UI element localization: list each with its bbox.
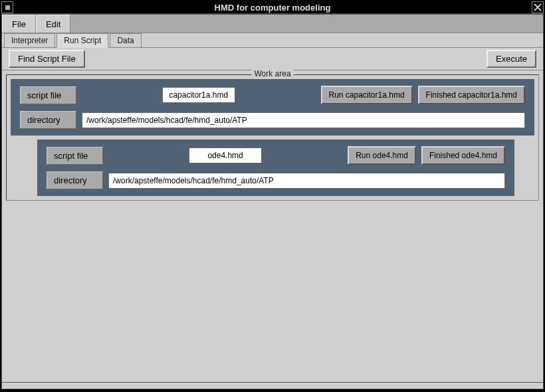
script-panel: script file capacitor1a.hmd Run capacito… xyxy=(11,79,534,136)
script-file-label: script file xyxy=(20,86,76,104)
find-script-file-button[interactable]: Find Script File xyxy=(9,50,85,68)
tab-run-script[interactable]: Run Script xyxy=(56,33,108,48)
window-menu-button[interactable] xyxy=(1,1,13,13)
panel-wrapper-0: script file capacitor1a.hmd Run capacito… xyxy=(11,79,534,136)
finished-script-button[interactable]: Finished capacitor1a.hmd xyxy=(418,86,525,104)
panel-wrapper-1: script file ode4.hmd Run ode4.hmd Finish… xyxy=(37,140,514,196)
run-script-button[interactable]: Run capacitor1a.hmd xyxy=(321,86,413,104)
work-area-fieldset: Work area script file capacitor1a.hmd Ru… xyxy=(6,74,539,201)
close-icon xyxy=(534,3,542,11)
window-body: File Edit Interpreter Run Script Data Fi… xyxy=(1,14,544,383)
tab-data[interactable]: Data xyxy=(110,33,141,47)
directory-label: directory xyxy=(47,171,103,189)
window-menu-icon xyxy=(5,5,10,10)
script-file-field[interactable]: ode4.hmd xyxy=(189,147,262,163)
finished-script-button[interactable]: Finished ode4.hmd xyxy=(421,146,505,165)
close-button[interactable] xyxy=(532,1,544,13)
script-file-label: script file xyxy=(47,147,103,165)
window-title: HMD for computer modeling xyxy=(1,3,544,13)
tabrow: Interpreter Run Script Data xyxy=(2,33,543,48)
toolbar: Find Script File Execute xyxy=(2,48,543,70)
menubar: File Edit xyxy=(2,15,543,33)
directory-label: directory xyxy=(20,111,76,129)
directory-field[interactable]: /work/apsteffe/models/hcad/fe/hmd_auto/A… xyxy=(108,173,505,189)
script-panel: script file ode4.hmd Run ode4.hmd Finish… xyxy=(37,140,514,196)
run-script-button[interactable]: Run ode4.hmd xyxy=(348,146,416,165)
script-file-field[interactable]: capacitor1a.hmd xyxy=(162,87,235,103)
window-frame: HMD for computer modeling File Edit Inte… xyxy=(0,0,545,392)
statusbar xyxy=(1,383,544,389)
menu-edit[interactable]: Edit xyxy=(36,15,70,33)
menu-file[interactable]: File xyxy=(2,15,36,33)
execute-button[interactable]: Execute xyxy=(487,50,536,68)
tab-interpreter[interactable]: Interpreter xyxy=(4,33,55,47)
work-area-legend: Work area xyxy=(251,69,293,78)
content-area: Work area script file capacitor1a.hmd Ru… xyxy=(2,70,543,382)
titlebar: HMD for computer modeling xyxy=(1,1,544,14)
directory-field[interactable]: /work/apsteffe/models/hcad/fe/hmd_auto/A… xyxy=(82,112,525,128)
